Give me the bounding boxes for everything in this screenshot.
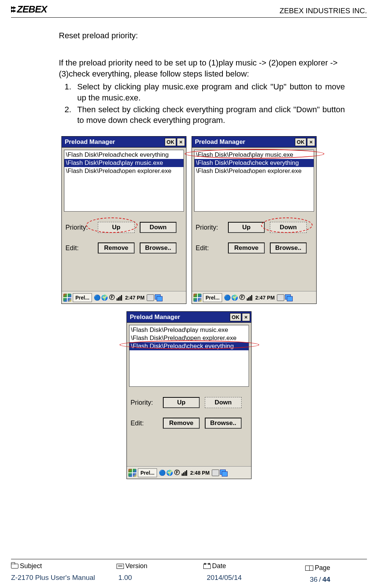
taskbar-clock: 2:47 PM	[124, 295, 146, 301]
list-item[interactable]: \Flash Disk\Preload\check everything	[129, 342, 249, 350]
taskbar: Prel... 🔵 🌍 Ⓕ 2:47 PM	[192, 291, 316, 304]
ok-button[interactable]: OK	[295, 138, 306, 146]
edit-label: Edit:	[196, 244, 228, 252]
remove-button[interactable]: Remove	[228, 242, 265, 254]
program-list[interactable]: \Flash Disk\Preload\play music.exe \Flas…	[194, 150, 314, 212]
close-button[interactable]: ×	[307, 138, 315, 146]
close-button[interactable]: ×	[242, 313, 250, 321]
taskbar: Prel... 🔵 🌍 Ⓕ 2:47 PM	[62, 291, 186, 304]
list-item[interactable]: \Flash Disk\Preload\check everything	[195, 159, 314, 167]
close-button[interactable]: ×	[177, 138, 185, 146]
footer-version: 1.00	[118, 574, 132, 582]
tray-icon[interactable]: 🌍	[101, 294, 108, 301]
list-item[interactable]: \Flash Disk\Preload\play music.exe	[64, 159, 183, 167]
footer-label-date: Date	[212, 562, 226, 570]
start-icon[interactable]	[193, 293, 202, 302]
preload-manager-window: Preload Manager OK × \Flash Disk\Preload…	[192, 136, 317, 304]
footer-label-subject: Subject	[20, 562, 42, 570]
steps-list: Select by clicking play music.exe progra…	[74, 81, 345, 126]
taskbar-clock: 2:48 PM	[189, 470, 211, 476]
footer-label-version: Version	[125, 562, 147, 570]
list-item[interactable]: \Flash Disk\Preload\open explorer.exe	[64, 167, 183, 175]
tray-icon[interactable]: 🔵	[224, 294, 231, 301]
window-titlebar: Preload Manager OK ×	[127, 312, 251, 323]
windows-stack-icon[interactable]	[285, 294, 292, 301]
priority-label: Priority:	[131, 399, 163, 407]
priority-label: Priority:	[196, 224, 228, 231]
book-icon	[305, 566, 313, 571]
logo-arrows-icon	[11, 6, 15, 13]
company-name: ZEBEX INDUSTRIES INC.	[279, 7, 367, 15]
up-button[interactable]: Up	[98, 222, 135, 233]
program-list[interactable]: \Flash Disk\Preload\check everything \Fl…	[64, 150, 184, 212]
list-item[interactable]: \Flash Disk\Preload\play music.exe	[195, 151, 314, 159]
remove-button[interactable]: Remove	[98, 242, 135, 254]
down-button[interactable]: Down	[270, 222, 307, 233]
windows-stack-icon[interactable]	[155, 294, 162, 301]
footer-page-total: 44	[322, 575, 330, 584]
signal-icon	[181, 469, 188, 477]
ok-button[interactable]: OK	[165, 138, 176, 146]
browse-button[interactable]: Browse..	[140, 242, 176, 254]
signal-icon	[115, 294, 123, 301]
remove-button[interactable]: Remove	[163, 418, 200, 429]
footer-label-page: Page	[315, 564, 330, 572]
down-button[interactable]: Down	[140, 222, 176, 233]
keyboard-icon[interactable]	[147, 294, 154, 301]
ok-button[interactable]: OK	[230, 313, 241, 321]
tray-icon[interactable]: 🔵	[158, 469, 166, 477]
taskbar-clock: 2:47 PM	[254, 295, 276, 301]
preload-manager-window: Preload Manager OK × \Flash Disk\Preload…	[126, 311, 252, 479]
logo-text: ZEBEX	[17, 4, 47, 15]
browse-button[interactable]: Browse..	[270, 242, 307, 254]
taskbar-task[interactable]: Prel...	[73, 293, 92, 302]
edit-label: Edit:	[65, 244, 98, 252]
window-title: Preload Manager	[195, 138, 295, 146]
window-titlebar: Preload Manager OK ×	[192, 137, 316, 148]
edit-label: Edit:	[131, 419, 163, 427]
windows-stack-icon[interactable]	[220, 469, 227, 477]
tray-icon[interactable]: Ⓕ	[238, 294, 246, 301]
start-icon[interactable]	[128, 468, 137, 478]
priority-label: Priority:	[65, 224, 98, 231]
window-title: Preload Manager	[130, 314, 230, 321]
keyboard-icon[interactable]	[212, 469, 219, 477]
window-title: Preload Manager	[65, 138, 165, 146]
preload-manager-window: Preload Manager OK × \Flash Disk\Preload…	[61, 136, 186, 304]
footer-subject: Z-2170 Plus User's Manual	[11, 574, 95, 582]
step-item: Select by clicking play music.exe progra…	[74, 81, 345, 103]
taskbar-task[interactable]: Prel...	[203, 293, 222, 302]
tray-icon[interactable]: 🌍	[231, 294, 238, 301]
list-item[interactable]: \Flash Disk\Preload\check everything	[64, 151, 183, 159]
step-item: Then select by clicking check everything…	[74, 104, 345, 126]
taskbar-task[interactable]: Prel...	[138, 468, 157, 477]
calendar-icon	[203, 564, 211, 569]
folder-icon	[11, 564, 18, 568]
footer-date: 2014/05/14	[207, 574, 242, 582]
page-footer: Subject Version Date Page Z-2170 Plus Us…	[11, 559, 367, 584]
down-button[interactable]: Down	[205, 397, 242, 408]
logo: ZEBEX	[11, 4, 47, 15]
program-list[interactable]: \Flash Disk\Preload\play music.exe \Flas…	[129, 325, 249, 387]
list-item[interactable]: \Flash Disk\Preload\play music.exe	[129, 326, 249, 334]
list-item[interactable]: \Flash Disk\Preload\open explorer.exe	[129, 334, 249, 342]
keyboard-icon[interactable]	[277, 294, 284, 301]
start-icon[interactable]	[63, 293, 72, 302]
footer-page-current: 36	[310, 575, 317, 584]
page-header: ZEBEX ZEBEX INDUSTRIES INC.	[11, 4, 367, 18]
tray-icon[interactable]: 🔵	[93, 294, 101, 301]
tray-icon[interactable]: Ⓕ	[173, 469, 181, 477]
footer-page-sep: /	[319, 575, 321, 584]
signal-icon	[246, 294, 253, 301]
list-item[interactable]: \Flash Disk\Preload\open explorer.exe	[195, 167, 314, 175]
up-button[interactable]: Up	[163, 397, 200, 408]
document-icon	[117, 564, 124, 569]
taskbar: Prel... 🔵 🌍 Ⓕ 2:48 PM	[127, 466, 251, 479]
window-titlebar: Preload Manager OK ×	[62, 137, 186, 148]
tray-icon[interactable]: 🌍	[166, 469, 173, 477]
browse-button[interactable]: Browse..	[205, 418, 242, 429]
section-title: Reset preload priority:	[59, 31, 341, 40]
intro-paragraph: If the preload priority need to be set u…	[59, 57, 345, 79]
up-button[interactable]: Up	[228, 222, 265, 233]
tray-icon[interactable]: Ⓕ	[108, 294, 115, 301]
